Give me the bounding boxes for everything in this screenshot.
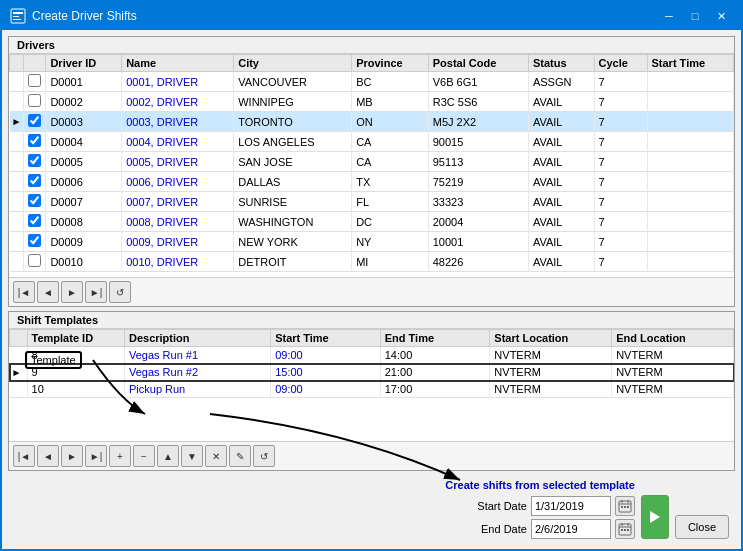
drivers-last-button[interactable]: ►| (85, 281, 107, 303)
col-driver-id[interactable]: Driver ID (46, 55, 122, 72)
table-row[interactable]: D0001 0001, DRIVER VANCOUVER BC V6B 6G1 … (10, 72, 734, 92)
shifts-prev-button[interactable]: ◄ (37, 445, 59, 467)
table-row[interactable]: 10 Pickup Run 09:00 17:00 NVTERM NVTERM (10, 381, 734, 398)
shifts-up-button[interactable]: ▲ (157, 445, 179, 467)
checkbox-cell[interactable] (24, 132, 46, 152)
create-shifts-label: Create shifts from selected template (445, 479, 635, 491)
col-cycle[interactable]: Cycle (594, 55, 647, 72)
col-start-time[interactable]: Start Time (647, 55, 734, 72)
shifts-edit-button[interactable]: ✎ (229, 445, 251, 467)
shifts-refresh-button[interactable]: ↺ (253, 445, 275, 467)
driver-start-time-cell (647, 152, 734, 172)
shift-template-id-cell: 9 (27, 364, 124, 381)
drivers-next-button[interactable]: ► (61, 281, 83, 303)
driver-province-cell: TX (352, 172, 429, 192)
col-checkbox (24, 55, 46, 72)
table-row[interactable]: D0006 0006, DRIVER DALLAS TX 75219 AVAIL… (10, 172, 734, 192)
driver-checkbox[interactable] (28, 194, 41, 207)
shifts-add-button[interactable]: + (109, 445, 131, 467)
table-row[interactable]: D0002 0002, DRIVER WINNIPEG MB R3C 5S6 A… (10, 92, 734, 112)
table-row[interactable]: D0007 0007, DRIVER SUNRISE FL 33323 AVAI… (10, 192, 734, 212)
checkbox-cell[interactable] (24, 72, 46, 92)
end-date-input[interactable] (531, 519, 611, 539)
shift-row-indicator (10, 381, 28, 398)
shift-col-template-id[interactable]: Template ID (27, 330, 124, 347)
start-date-calendar-button[interactable] (615, 496, 635, 516)
table-row[interactable]: D0005 0005, DRIVER SAN JOSE CA 95113 AVA… (10, 152, 734, 172)
driver-start-time-cell (647, 172, 734, 192)
shift-start-loc-cell: NVTERM (490, 364, 612, 381)
svg-rect-16 (624, 529, 626, 531)
close-button[interactable]: Close (675, 515, 729, 539)
driver-checkbox[interactable] (28, 114, 41, 127)
shift-col-end-time[interactable]: End Time (380, 330, 490, 347)
driver-cycle-cell: 7 (594, 112, 647, 132)
checkbox-cell[interactable] (24, 112, 46, 132)
shift-col-start-time[interactable]: Start Time (271, 330, 381, 347)
checkbox-cell[interactable] (24, 152, 46, 172)
shifts-first-button[interactable]: |◄ (13, 445, 35, 467)
driver-checkbox[interactable] (28, 154, 41, 167)
shifts-last-button[interactable]: ►| (85, 445, 107, 467)
checkbox-cell[interactable] (24, 232, 46, 252)
start-date-input[interactable] (531, 496, 611, 516)
driver-checkbox[interactable] (28, 254, 41, 267)
window-title: Create Driver Shifts (32, 9, 137, 23)
driver-checkbox[interactable] (28, 214, 41, 227)
col-postal[interactable]: Postal Code (428, 55, 528, 72)
bottom-area: Create shifts from selected template Sta… (8, 475, 735, 543)
end-date-calendar-button[interactable] (615, 519, 635, 539)
shifts-next-button[interactable]: ► (61, 445, 83, 467)
shift-col-end-loc[interactable]: End Location (612, 330, 734, 347)
shift-row-indicator: ► (10, 364, 28, 381)
table-row[interactable]: D0009 0009, DRIVER NEW YORK NY 10001 AVA… (10, 232, 734, 252)
checkbox-cell[interactable] (24, 192, 46, 212)
driver-province-cell: BC (352, 72, 429, 92)
driver-checkbox[interactable] (28, 134, 41, 147)
shift-start-loc-cell: NVTERM (490, 347, 612, 364)
table-row[interactable]: 8 Vegas Run #1 09:00 14:00 NVTERM NVTERM (10, 347, 734, 364)
row-indicator (10, 152, 24, 172)
drivers-refresh-button[interactable]: ↺ (109, 281, 131, 303)
col-province[interactable]: Province (352, 55, 429, 72)
maximize-button[interactable]: □ (683, 6, 707, 26)
shifts-delete-button[interactable]: ✕ (205, 445, 227, 467)
shift-col-indicator (10, 330, 28, 347)
driver-checkbox[interactable] (28, 74, 41, 87)
table-row[interactable]: D0004 0004, DRIVER LOS ANGELES CA 90015 … (10, 132, 734, 152)
shifts-remove-button[interactable]: − (133, 445, 155, 467)
minimize-button[interactable]: ─ (657, 6, 681, 26)
drivers-table-container[interactable]: Driver ID Name City Province Postal Code… (9, 54, 734, 277)
end-date-label: End Date (467, 523, 527, 535)
driver-province-cell: NY (352, 232, 429, 252)
shifts-down-button[interactable]: ▼ (181, 445, 203, 467)
driver-status-cell: AVAIL (528, 132, 594, 152)
checkbox-cell[interactable] (24, 172, 46, 192)
table-row[interactable]: ► 9 Vegas Run #2 15:00 21:00 NVTERM NVTE… (10, 364, 734, 381)
table-row[interactable]: D0010 0010, DRIVER DETROIT MI 48226 AVAI… (10, 252, 734, 272)
driver-checkbox[interactable] (28, 94, 41, 107)
driver-name-cell: 0010, DRIVER (122, 252, 234, 272)
go-button[interactable] (641, 495, 669, 539)
table-row[interactable]: D0008 0008, DRIVER WASHINGTON DC 20004 A… (10, 212, 734, 232)
col-city[interactable]: City (234, 55, 352, 72)
driver-checkbox[interactable] (28, 174, 41, 187)
checkbox-cell[interactable] (24, 212, 46, 232)
drivers-first-button[interactable]: |◄ (13, 281, 35, 303)
shifts-table-container[interactable]: Template ID Description Start Time End T… (9, 329, 734, 441)
driver-city-cell: NEW YORK (234, 232, 352, 252)
driver-checkbox[interactable] (28, 234, 41, 247)
shift-col-start-loc[interactable]: Start Location (490, 330, 612, 347)
window-close-button[interactable]: ✕ (709, 6, 733, 26)
shift-col-description[interactable]: Description (124, 330, 270, 347)
table-row[interactable]: ► D0003 0003, DRIVER TORONTO ON M5J 2X2 … (10, 112, 734, 132)
drivers-prev-button[interactable]: ◄ (37, 281, 59, 303)
checkbox-cell[interactable] (24, 252, 46, 272)
drivers-section: Drivers Driver ID Name City Province Pos… (8, 36, 735, 307)
shifts-table-header: Template ID Description Start Time End T… (10, 330, 734, 347)
checkbox-cell[interactable] (24, 92, 46, 112)
driver-id-cell: D0003 (46, 112, 122, 132)
col-name[interactable]: Name (122, 55, 234, 72)
col-status[interactable]: Status (528, 55, 594, 72)
driver-name-cell: 0002, DRIVER (122, 92, 234, 112)
